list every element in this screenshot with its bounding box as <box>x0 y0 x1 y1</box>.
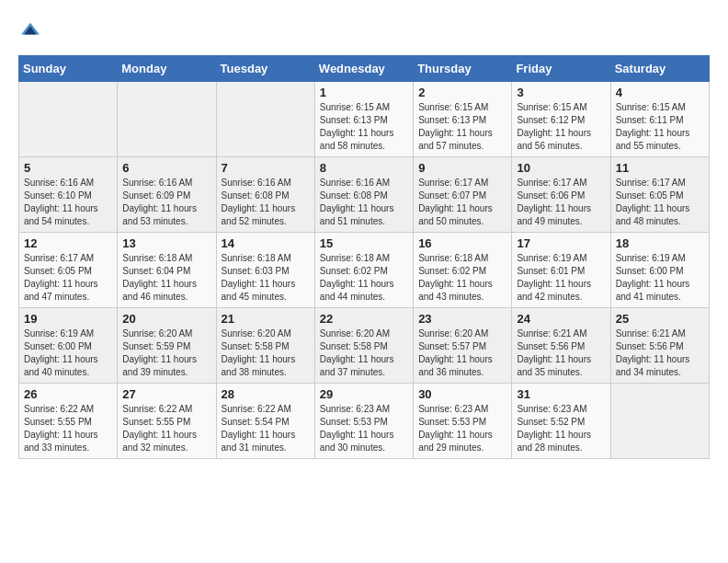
calendar-cell: 1 Sunrise: 6:15 AM Sunset: 6:13 PM Dayli… <box>314 82 413 157</box>
day-number: 10 <box>517 161 605 175</box>
daylight-text: Daylight: 11 hours and 39 minutes. <box>122 354 197 377</box>
sunset-text: Sunset: 5:56 PM <box>616 341 684 351</box>
calendar-cell: 20 Sunrise: 6:20 AM Sunset: 5:59 PM Dayl… <box>118 308 216 384</box>
day-number: 26 <box>24 387 112 401</box>
sunset-text: Sunset: 5:53 PM <box>320 417 388 427</box>
day-number: 31 <box>517 387 605 401</box>
daylight-text: Daylight: 11 hours and 55 minutes. <box>616 128 690 151</box>
calendar-header-row: SundayMondayTuesdayWednesdayThursdayFrid… <box>19 56 710 82</box>
calendar-week-row: 12 Sunrise: 6:17 AM Sunset: 6:05 PM Dayl… <box>19 233 710 308</box>
daylight-text: Daylight: 11 hours and 58 minutes. <box>320 128 394 151</box>
sunset-text: Sunset: 6:01 PM <box>517 266 585 276</box>
calendar-cell: 3 Sunrise: 6:15 AM Sunset: 6:12 PM Dayli… <box>512 82 610 157</box>
calendar-cell: 7 Sunrise: 6:16 AM Sunset: 6:08 PM Dayli… <box>216 157 314 233</box>
calendar-cell <box>118 82 216 157</box>
sunrise-text: Sunrise: 6:15 AM <box>418 102 488 112</box>
daylight-text: Daylight: 11 hours and 46 minutes. <box>122 279 197 302</box>
sunset-text: Sunset: 6:12 PM <box>517 115 585 125</box>
sunset-text: Sunset: 5:57 PM <box>418 341 486 351</box>
daylight-text: Daylight: 11 hours and 44 minutes. <box>320 279 394 302</box>
sunset-text: Sunset: 6:00 PM <box>616 266 684 276</box>
weekday-header: Saturday <box>610 56 709 82</box>
sunset-text: Sunset: 6:05 PM <box>24 266 92 276</box>
day-info: Sunrise: 6:20 AM Sunset: 5:58 PM Dayligh… <box>320 327 408 379</box>
day-info: Sunrise: 6:22 AM Sunset: 5:55 PM Dayligh… <box>122 403 210 454</box>
daylight-text: Daylight: 11 hours and 52 minutes. <box>222 203 296 226</box>
daylight-text: Daylight: 11 hours and 30 minutes. <box>320 430 394 453</box>
day-number: 29 <box>320 387 408 401</box>
sunrise-text: Sunrise: 6:15 AM <box>320 102 390 112</box>
calendar-cell: 16 Sunrise: 6:18 AM Sunset: 6:02 PM Dayl… <box>414 233 512 308</box>
day-number: 1 <box>320 86 408 99</box>
day-number: 3 <box>517 86 605 99</box>
calendar-cell: 10 Sunrise: 6:17 AM Sunset: 6:06 PM Dayl… <box>512 157 610 233</box>
day-info: Sunrise: 6:20 AM Sunset: 5:59 PM Dayligh… <box>122 327 210 379</box>
daylight-text: Daylight: 11 hours and 57 minutes. <box>418 128 493 151</box>
day-info: Sunrise: 6:16 AM Sunset: 6:09 PM Dayligh… <box>122 177 210 228</box>
sunrise-text: Sunrise: 6:19 AM <box>24 328 94 339</box>
day-number: 8 <box>320 161 408 175</box>
calendar-cell: 17 Sunrise: 6:19 AM Sunset: 6:01 PM Dayl… <box>512 233 610 308</box>
daylight-text: Daylight: 11 hours and 47 minutes. <box>24 279 98 302</box>
sunrise-text: Sunrise: 6:18 AM <box>222 253 291 263</box>
calendar-cell: 15 Sunrise: 6:18 AM Sunset: 6:02 PM Dayl… <box>314 233 413 308</box>
daylight-text: Daylight: 11 hours and 49 minutes. <box>517 203 591 226</box>
sunset-text: Sunset: 6:02 PM <box>418 266 486 276</box>
sunrise-text: Sunrise: 6:16 AM <box>24 178 94 188</box>
weekday-header: Wednesday <box>314 56 413 82</box>
day-number: 24 <box>517 312 605 326</box>
sunset-text: Sunset: 5:56 PM <box>517 341 585 351</box>
day-number: 2 <box>418 86 506 99</box>
day-info: Sunrise: 6:20 AM Sunset: 5:57 PM Dayligh… <box>418 327 506 379</box>
day-number: 9 <box>418 161 506 175</box>
sunset-text: Sunset: 6:09 PM <box>122 190 190 201</box>
day-info: Sunrise: 6:23 AM Sunset: 5:53 PM Dayligh… <box>320 403 408 454</box>
sunset-text: Sunset: 6:08 PM <box>222 190 290 201</box>
day-number: 7 <box>222 161 310 175</box>
sunset-text: Sunset: 6:13 PM <box>418 115 486 125</box>
daylight-text: Daylight: 11 hours and 54 minutes. <box>24 203 98 226</box>
day-info: Sunrise: 6:18 AM Sunset: 6:02 PM Dayligh… <box>418 252 506 304</box>
daylight-text: Daylight: 11 hours and 51 minutes. <box>320 203 394 226</box>
day-number: 13 <box>122 236 210 250</box>
sunset-text: Sunset: 6:13 PM <box>320 115 388 125</box>
daylight-text: Daylight: 11 hours and 42 minutes. <box>517 279 591 302</box>
sunset-text: Sunset: 6:10 PM <box>24 190 92 201</box>
calendar-cell: 5 Sunrise: 6:16 AM Sunset: 6:10 PM Dayli… <box>19 157 118 233</box>
logo-icon <box>20 20 40 40</box>
sunrise-text: Sunrise: 6:16 AM <box>222 178 291 188</box>
day-info: Sunrise: 6:19 AM Sunset: 6:00 PM Dayligh… <box>616 252 704 304</box>
daylight-text: Daylight: 11 hours and 32 minutes. <box>122 430 197 453</box>
sunrise-text: Sunrise: 6:17 AM <box>517 178 586 188</box>
sunrise-text: Sunrise: 6:17 AM <box>24 253 94 263</box>
day-info: Sunrise: 6:15 AM Sunset: 6:13 PM Dayligh… <box>320 101 408 153</box>
day-number: 20 <box>122 312 210 326</box>
day-info: Sunrise: 6:18 AM Sunset: 6:03 PM Dayligh… <box>222 252 310 304</box>
daylight-text: Daylight: 11 hours and 45 minutes. <box>222 279 296 302</box>
daylight-text: Daylight: 11 hours and 35 minutes. <box>517 354 591 377</box>
sunrise-text: Sunrise: 6:21 AM <box>517 328 586 339</box>
sunrise-text: Sunrise: 6:22 AM <box>222 404 291 414</box>
day-info: Sunrise: 6:17 AM Sunset: 6:07 PM Dayligh… <box>418 177 506 228</box>
day-number: 22 <box>320 312 408 326</box>
daylight-text: Daylight: 11 hours and 33 minutes. <box>24 430 98 453</box>
day-info: Sunrise: 6:20 AM Sunset: 5:58 PM Dayligh… <box>222 327 310 379</box>
sunset-text: Sunset: 5:53 PM <box>418 417 486 427</box>
sunset-text: Sunset: 5:52 PM <box>517 417 585 427</box>
day-info: Sunrise: 6:16 AM Sunset: 6:10 PM Dayligh… <box>24 177 112 228</box>
sunset-text: Sunset: 5:55 PM <box>24 417 92 427</box>
weekday-header: Friday <box>512 56 610 82</box>
sunrise-text: Sunrise: 6:20 AM <box>320 328 390 339</box>
day-info: Sunrise: 6:19 AM Sunset: 6:01 PM Dayligh… <box>517 252 605 304</box>
daylight-text: Daylight: 11 hours and 36 minutes. <box>418 354 493 377</box>
sunrise-text: Sunrise: 6:17 AM <box>418 178 488 188</box>
sunset-text: Sunset: 6:07 PM <box>418 190 486 201</box>
calendar-week-row: 19 Sunrise: 6:19 AM Sunset: 6:00 PM Dayl… <box>19 308 710 384</box>
sunrise-text: Sunrise: 6:18 AM <box>418 253 488 263</box>
calendar-cell: 18 Sunrise: 6:19 AM Sunset: 6:00 PM Dayl… <box>610 233 709 308</box>
sunrise-text: Sunrise: 6:22 AM <box>122 404 192 414</box>
daylight-text: Daylight: 11 hours and 38 minutes. <box>222 354 296 377</box>
calendar-week-row: 1 Sunrise: 6:15 AM Sunset: 6:13 PM Dayli… <box>19 82 710 157</box>
calendar-cell <box>216 82 314 157</box>
daylight-text: Daylight: 11 hours and 40 minutes. <box>24 354 98 377</box>
